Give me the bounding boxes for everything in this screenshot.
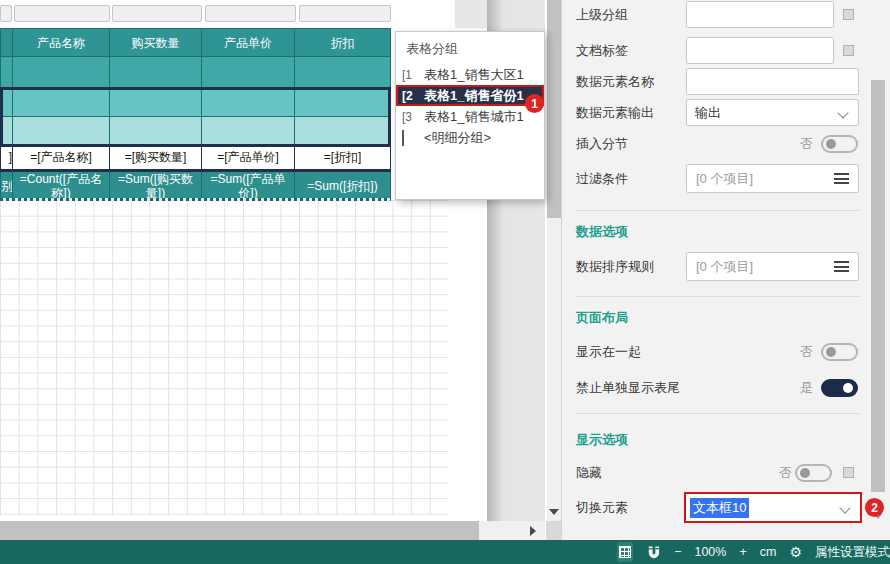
- prop-label: 上级分组: [576, 6, 628, 24]
- mode-label[interactable]: 属性设置模式: [815, 544, 890, 561]
- column-ruler-cell[interactable]: [14, 5, 110, 22]
- group-item-label: <明细分组>: [424, 129, 491, 147]
- selected-option: 输出: [695, 104, 721, 122]
- report-table[interactable]: 产品名称 购买数量 产品单价 折扣 ] =[产品名: [0, 28, 391, 200]
- vertical-scrollbar[interactable]: [547, 0, 561, 521]
- horizontal-scrollbar-thumb[interactable]: [0, 521, 479, 540]
- table-cell[interactable]: =Sum([购买数量]): [110, 172, 202, 200]
- column-ruler-cell[interactable]: [0, 5, 12, 22]
- unit-selector[interactable]: cm: [760, 545, 777, 559]
- grid-toggle-button[interactable]: [617, 542, 633, 562]
- scroll-down-button[interactable]: [547, 502, 561, 521]
- toggle-knob: [826, 139, 836, 149]
- table-cell[interactable]: =[产品名称]: [13, 145, 110, 172]
- group-header-row-1[interactable]: [0, 57, 391, 88]
- field-value: [0 个项目]: [696, 258, 753, 276]
- table-cell[interactable]: =[折扣]: [295, 145, 391, 172]
- group-item-sales-province-selected[interactable]: [2 表格1_销售省份1: [396, 85, 544, 106]
- table-cell[interactable]: =Count([产品名称]): [13, 172, 110, 200]
- group-item-sales-region[interactable]: [1 表格1_销售大区1: [396, 64, 544, 85]
- table-cell[interactable]: [0, 57, 13, 88]
- table-cell[interactable]: [110, 117, 202, 145]
- group-header-row-2-selected[interactable]: [0, 88, 391, 117]
- sort-rules-field[interactable]: [0 个项目]: [686, 252, 859, 281]
- down-arrow-icon: [549, 509, 559, 515]
- table-cell[interactable]: [110, 88, 202, 117]
- table-cell[interactable]: =Sum([产品单价]): [202, 172, 295, 200]
- horizontal-scrollbar[interactable]: [0, 521, 545, 540]
- zoom-in-button[interactable]: +: [739, 545, 746, 559]
- group-item-sales-city[interactable]: [3 表格1_销售城市1: [396, 106, 544, 127]
- table-cell[interactable]: [202, 117, 295, 145]
- list-editor-icon[interactable]: [834, 261, 849, 272]
- gear-icon[interactable]: ⚙: [789, 544, 802, 560]
- prop-row-filter: 过滤条件 [0 个项目]: [562, 164, 890, 194]
- properties-panel: 上级分组 文档标签 数据元素名称 数据元素输出 输出 插入分节 否 过滤条件 […: [561, 0, 890, 540]
- group-header-row-3[interactable]: [0, 117, 391, 145]
- table-cell[interactable]: [202, 57, 295, 88]
- list-editor-icon[interactable]: [834, 173, 849, 184]
- table-cell[interactable]: =[产品单价]: [202, 145, 295, 172]
- keep-together-toggle[interactable]: [821, 343, 858, 361]
- table-cell[interactable]: [13, 117, 110, 145]
- prop-label: 数据元素名称: [576, 73, 654, 91]
- hidden-toggle[interactable]: [795, 464, 832, 482]
- chevron-down-icon: [837, 107, 848, 118]
- scrollbar-corner: [546, 521, 561, 540]
- table-cell[interactable]: =Sum([折扣]): [295, 172, 391, 200]
- table-cell[interactable]: 产品单价: [202, 28, 295, 57]
- divider: [576, 210, 860, 211]
- chevron-down-icon: [839, 502, 850, 513]
- table-cell[interactable]: [295, 57, 391, 88]
- prop-row-parent-group: 上级分组: [562, 1, 890, 29]
- down-arrow-icon: [874, 514, 882, 534]
- element-name-input[interactable]: [686, 68, 859, 95]
- table-header-row[interactable]: 产品名称 购买数量 产品单价 折扣: [0, 28, 391, 57]
- properties-scrollbar-thumb[interactable]: [871, 80, 885, 492]
- expression-box-icon[interactable]: [843, 45, 854, 56]
- table-cell[interactable]: 折扣: [295, 28, 391, 57]
- table-cell[interactable]: 产品名称: [13, 28, 110, 57]
- element-output-select[interactable]: 输出: [686, 99, 859, 126]
- toggle-element-select[interactable]: 文本框10: [686, 494, 860, 521]
- group-item-detail-group[interactable]: <明细分组>: [396, 127, 544, 148]
- vertical-scrollbar-thumb[interactable]: [547, 0, 561, 218]
- table-cell[interactable]: [110, 57, 202, 88]
- grid-icon: [619, 546, 631, 558]
- column-ruler-cell[interactable]: [112, 5, 202, 22]
- prop-row-element-name: 数据元素名称: [562, 68, 890, 96]
- prop-row-sort-rules: 数据排序规则 [0 个项目]: [562, 252, 890, 282]
- properties-scroll-down-button[interactable]: [874, 519, 882, 534]
- filter-condition-field[interactable]: [0 个项目]: [686, 164, 859, 193]
- prop-row-doc-tag: 文档标签: [562, 37, 890, 65]
- table-cell[interactable]: [13, 88, 110, 117]
- doc-tag-input[interactable]: [686, 37, 834, 64]
- table-cell[interactable]: [13, 57, 110, 88]
- expression-box-icon[interactable]: [843, 9, 854, 20]
- zoom-out-button[interactable]: −: [674, 545, 681, 559]
- table-cell[interactable]: [0, 28, 13, 57]
- column-ruler-cell[interactable]: [299, 5, 391, 22]
- group-level-2-icon: [2: [402, 89, 418, 103]
- table-cell[interactable]: [295, 88, 391, 117]
- toggle-knob: [826, 347, 836, 357]
- table-group-panel: 表格分组 [1 表格1_销售大区1 [2 表格1_销售省份1 [3 表格1_销售…: [395, 31, 545, 200]
- scroll-right-button[interactable]: [521, 521, 545, 540]
- table-footer-row[interactable]: 别 =Count([产品名称]) =Sum([购买数量]) =Sum([产品单价…: [0, 172, 391, 200]
- table-cell[interactable]: [0, 88, 13, 117]
- table-cell[interactable]: [0, 117, 13, 145]
- no-lone-footer-toggle[interactable]: [821, 379, 858, 397]
- insert-section-toggle[interactable]: [821, 135, 858, 153]
- table-cell[interactable]: ]: [0, 145, 13, 172]
- detail-row[interactable]: ] =[产品名称] =[购买数量] =[产品单价] =[折扣]: [0, 145, 391, 172]
- table-cell[interactable]: [295, 117, 391, 145]
- table-cell[interactable]: 别: [0, 172, 13, 200]
- table-cell[interactable]: 购买数量: [110, 28, 202, 57]
- parent-group-input[interactable]: [686, 1, 834, 28]
- table-cell[interactable]: [202, 88, 295, 117]
- column-ruler-cell[interactable]: [205, 5, 296, 22]
- snap-magnet-icon[interactable]: [646, 545, 661, 560]
- field-value: [0 个项目]: [696, 170, 753, 188]
- table-cell[interactable]: =[购买数量]: [110, 145, 202, 172]
- expression-box-icon[interactable]: [843, 467, 854, 478]
